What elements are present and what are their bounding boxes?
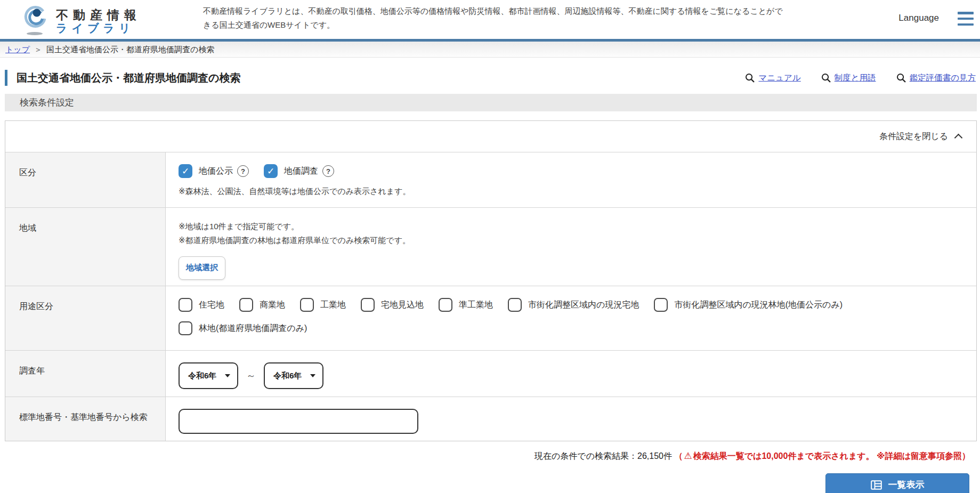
checkbox-jun-kougyouchi[interactable]: 準工業地 (439, 298, 493, 312)
action-row: 一覧表示 (5, 473, 977, 493)
row-label-survey-year: 調査年 (5, 351, 166, 397)
checkbox-unchecked-icon (179, 321, 192, 335)
help-icon-chika-chousa[interactable] (322, 165, 334, 177)
main-content: 国土交通省地価公示・都道府県地価調査の検索 マニュアル 制度と用語 鑑定評価書の… (5, 69, 977, 493)
kubun-note: ※森林法、公園法、自然環境等は地価公示でのみ表示されます。 (179, 187, 966, 197)
result-count-text: 現在の条件での検索結果：26,150件 (534, 451, 672, 460)
year-range-separator: ～ (246, 369, 256, 382)
row-region: 地域 ※地域は10件まで指定可能です。 ※都道府県地価調査の林地は都道府県単位で… (5, 207, 976, 286)
row-label-usage: 用途区分 (5, 286, 166, 350)
title-row: 国土交通省地価公示・都道府県地価調査の検索 マニュアル 制度と用語 鑑定評価書の… (5, 69, 977, 86)
search-condition-panel: 条件設定を閉じる 区分 地価公示 地価調査 (5, 120, 977, 441)
year-from-select[interactable]: 令和6年 (179, 362, 238, 389)
result-summary-line: 現在の条件での検索結果：26,150件 （検索結果一覧では10,000件まで表示… (5, 450, 977, 462)
page-title: 国土交通省地価公示・都道府県地価調査の検索 (5, 70, 240, 86)
region-select-button[interactable]: 地域選択 (179, 256, 225, 280)
standard-number-input[interactable] (179, 409, 418, 434)
checkbox-unchecked-icon (179, 298, 192, 312)
row-kubun: 区分 地価公示 地価調査 ※森林法、公園法、自然環境等は地価公示でのみ表示されま… (5, 152, 976, 207)
row-label-number-search: 標準地番号・基準地番号から検索 (5, 397, 166, 441)
list-view-button[interactable]: 一覧表示 (825, 473, 969, 493)
caret-down-icon (225, 374, 230, 377)
checkbox-unchecked-icon (654, 298, 668, 312)
menu-icon[interactable] (958, 12, 975, 26)
panel-top: 条件設定を閉じる (5, 121, 976, 152)
appraisal-guide-link[interactable]: 鑑定評価書の見方 (896, 72, 976, 84)
collapse-conditions-button[interactable]: 条件設定を閉じる (879, 131, 961, 142)
row-label-region: 地域 (5, 208, 166, 286)
warning-icon (684, 450, 692, 462)
checkbox-kougyouchi[interactable]: 工業地 (300, 298, 346, 312)
checkbox-genkyou-rinchi[interactable]: 市街化調整区域内の現況林地(地価公示のみ) (654, 298, 843, 312)
row-usage: 用途区分 住宅地 商業地 工業地 (5, 286, 976, 350)
site-logo[interactable]: 不動産情報 ライブラリ (21, 4, 141, 38)
language-button[interactable]: Language (898, 13, 939, 23)
breadcrumb-home-link[interactable]: トップ (5, 45, 30, 54)
section-header: 検索条件設定 (5, 94, 977, 111)
site-description: 不動産情報ライブラリとは、不動産の取引価格、地価公示等の価格情報や防災情報、都市… (203, 4, 788, 33)
checkbox-checked-icon (264, 164, 278, 178)
library-logo-icon (21, 4, 50, 38)
row-survey-year: 調査年 令和6年 ～ 令和6年 (5, 350, 976, 397)
region-note-1: ※地域は10件まで指定可能です。 (179, 220, 966, 233)
checkbox-unchecked-icon (239, 298, 253, 312)
checkbox-unchecked-icon (300, 298, 314, 312)
checkbox-chika-koji[interactable]: 地価公示 (179, 164, 233, 178)
site-header: 不動産情報 ライブラリ 不動産情報ライブラリとは、不動産の取引価格、地価公示等の… (0, 0, 980, 39)
breadcrumb-current: 国土交通省地価公示・都道府県地価調査の検索 (46, 45, 214, 54)
breadcrumb-separator: ＞ (34, 45, 42, 54)
checkbox-takuchi-mikomichi[interactable]: 宅地見込地 (361, 298, 424, 312)
year-to-select[interactable]: 令和6年 (264, 362, 323, 389)
row-number-search: 標準地番号・基準地番号から検索 (5, 397, 976, 441)
checkbox-unchecked-icon (361, 298, 375, 312)
chevron-up-icon (954, 134, 963, 142)
logo-subtitle: ライブラリ (56, 22, 141, 35)
checkbox-chika-chousa[interactable]: 地価調査 (264, 164, 318, 178)
search-icon (745, 73, 755, 83)
checkbox-unchecked-icon (439, 298, 452, 312)
checkbox-shougyouchi[interactable]: 商業地 (239, 298, 285, 312)
checkbox-rinchi[interactable]: 林地(都道府県地価調査のみ) (179, 321, 307, 335)
checkbox-jutakuchi[interactable]: 住宅地 (179, 298, 224, 312)
breadcrumb: トップ＞国土交通省地価公示・都道府県地価調査の検索 (0, 42, 980, 58)
help-icon-chika-koji[interactable] (237, 165, 249, 177)
caret-down-icon (310, 374, 315, 377)
logo-title: 不動産情報 (56, 8, 141, 22)
region-note-2: ※都道府県地価調査の林地は都道府県単位でのみ検索可能です。 (179, 233, 966, 247)
row-label-kubun: 区分 (5, 152, 166, 207)
checkbox-unchecked-icon (508, 298, 522, 312)
search-icon (821, 73, 831, 83)
checkbox-checked-icon (179, 164, 192, 178)
help-links: マニュアル 制度と用語 鑑定評価書の見方 (745, 72, 977, 84)
manual-link[interactable]: マニュアル (745, 72, 800, 84)
result-warning-text: （検索結果一覧では10,000件まで表示されます。 ※詳細は留意事項参照） (674, 451, 970, 460)
search-icon (896, 73, 906, 83)
glossary-link[interactable]: 制度と用語 (821, 72, 876, 84)
checkbox-genkyou-takuchi[interactable]: 市街化調整区域内の現況宅地 (508, 298, 639, 312)
list-table-icon (871, 480, 882, 490)
